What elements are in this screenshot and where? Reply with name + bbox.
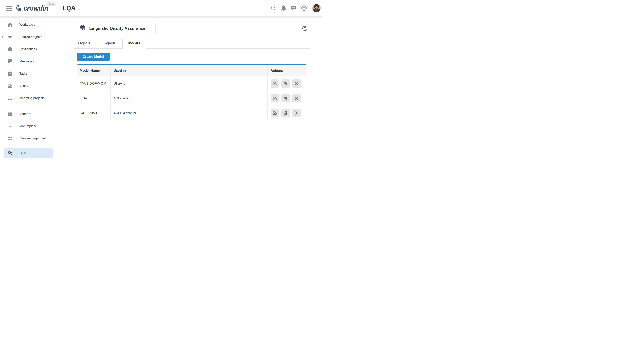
tab-bar: Projects Reports Models xyxy=(73,38,311,49)
delete-model-button[interactable] xyxy=(292,79,301,88)
actions-cell xyxy=(268,91,307,106)
sidebar-item-label: Marketplace xyxy=(19,124,37,128)
chevron-right-icon[interactable] xyxy=(2,36,4,38)
page-header-title: Linguistic Quality Assurance xyxy=(89,26,145,31)
sidebar-divider xyxy=(8,106,51,106)
sidebar-item-incoming-projects[interactable]: Incoming projects xyxy=(0,92,57,104)
people-icon xyxy=(7,135,13,141)
crowdin-logo-text: crowdin xyxy=(24,5,48,12)
svg-text:?: ? xyxy=(303,7,305,10)
table-header-row: Model Name Used in Actions xyxy=(77,65,307,76)
tab-models[interactable]: Models xyxy=(122,38,146,49)
sidebar-item-tasks[interactable]: Tasks xyxy=(0,68,57,80)
sidebar-item-label: Clients xyxy=(19,84,29,88)
edit-model-button[interactable] xyxy=(270,94,279,103)
used-in-cell: ARDEA emails xyxy=(110,106,268,120)
messages-icon[interactable] xyxy=(290,4,298,12)
column-header-actions: Actions xyxy=(268,65,307,76)
home-icon xyxy=(7,22,13,28)
create-model-button[interactable]: Create Model xyxy=(76,53,110,61)
svg-text:?: ? xyxy=(304,27,306,30)
page-header-spacer xyxy=(156,24,298,33)
duplicate-model-button[interactable] xyxy=(282,79,290,88)
sidebar-item-starred-projects[interactable]: Starred projects xyxy=(0,31,57,43)
sidebar-item-lqa[interactable]: A LQA xyxy=(4,148,53,158)
sidebar-item-clients[interactable]: Clients xyxy=(0,80,57,92)
tab-projects[interactable]: Projects xyxy=(73,38,97,49)
duplicate-model-button[interactable] xyxy=(282,94,290,103)
sidebar-item-label: LQA xyxy=(19,151,26,155)
column-header-model-name: Model Name xyxy=(77,65,110,76)
sidebar-item-label: Starred projects xyxy=(19,35,42,39)
model-name-cell: LISA xyxy=(77,91,110,106)
beta-badge: beta xyxy=(46,1,56,6)
main-content: A Linguistic Quality Assurance ? Project… xyxy=(57,18,322,174)
models-panel: Create Model Model Name Used in Actions xyxy=(73,49,311,124)
menu-icon[interactable] xyxy=(6,6,12,11)
delete-model-button[interactable] xyxy=(292,94,301,103)
used-in-cell: ARDEA blog xyxy=(110,91,268,106)
bell-icon xyxy=(7,46,13,52)
used-in-cell: UI texts xyxy=(110,76,268,91)
page-header-bar: A Linguistic Quality Assurance ? xyxy=(73,23,311,34)
sidebar-item-label: Notifications xyxy=(19,47,37,51)
svg-text:A: A xyxy=(82,26,83,29)
avatar[interactable] xyxy=(312,4,321,13)
table-row: TAUS DQF-MQM UI texts xyxy=(77,76,307,91)
building-icon xyxy=(7,83,13,89)
clipboard-check-icon xyxy=(7,71,13,77)
sidebar-divider xyxy=(8,146,51,146)
models-table: Model Name Used in Actions TAUS DQF-MQM … xyxy=(77,65,307,120)
model-name-cell: SAE J2450 xyxy=(77,106,110,120)
edit-model-button[interactable] xyxy=(270,109,279,117)
help-icon[interactable]: ? xyxy=(300,4,308,12)
sidebar-item-label: Incoming projects xyxy=(19,96,45,100)
sidebar-item-user-management[interactable]: User management xyxy=(0,132,57,144)
sidebar-item-messages[interactable]: Messages xyxy=(0,55,57,68)
sidebar-item-notifications[interactable]: Notifications xyxy=(0,43,57,55)
notifications-bell-icon[interactable] xyxy=(280,4,288,12)
sidebar-item-marketplace[interactable]: Marketplace xyxy=(0,120,57,132)
table-row: SAE J2450 ARDEA emails xyxy=(77,106,307,120)
model-name-cell: TAUS DQF-MQM xyxy=(77,76,110,91)
column-header-used-in: Used in xyxy=(110,65,268,76)
sidebar: Workspace Starred projects Notification xyxy=(0,18,57,174)
lqa-magnifier-icon: A xyxy=(7,150,13,156)
edit-model-button[interactable] xyxy=(270,79,279,88)
delete-model-button[interactable] xyxy=(292,109,301,117)
search-icon[interactable] xyxy=(270,4,278,12)
page-header-title-cell: A Linguistic Quality Assurance xyxy=(73,24,156,33)
inbox-download-icon xyxy=(7,95,13,101)
sidebar-item-workspace[interactable]: Workspace xyxy=(0,19,57,31)
topbar-actions: ? xyxy=(270,0,321,16)
actions-cell xyxy=(268,76,307,91)
sidebar-item-vendors[interactable]: Vendors xyxy=(0,108,57,120)
sidebar-item-label: Messages xyxy=(19,60,34,63)
sidebar-item-label: Tasks xyxy=(19,72,28,76)
top-bar: crowdin beta LQA xyxy=(0,0,322,16)
chat-icon xyxy=(7,59,13,64)
table-row: LISA ARDEA blog xyxy=(77,91,307,106)
help-icon[interactable]: ? xyxy=(298,24,311,33)
tab-reports[interactable]: Reports xyxy=(97,38,122,49)
actions-cell xyxy=(268,106,307,120)
app-window: crowdin beta LQA xyxy=(0,0,322,174)
download-icon xyxy=(7,123,13,129)
page-title: LQA xyxy=(63,5,76,12)
lqa-magnifier-icon: A xyxy=(80,25,86,32)
crowdin-logo-icon xyxy=(15,4,23,13)
models-table-wrapper: Model Name Used in Actions TAUS DQF-MQM … xyxy=(76,64,307,121)
svg-text:A: A xyxy=(9,151,10,153)
storefront-icon xyxy=(7,111,13,117)
sidebar-item-label: User management xyxy=(19,136,46,140)
sidebar-item-label: Workspace xyxy=(19,23,36,27)
sidebar-item-label: Vendors xyxy=(19,112,31,116)
duplicate-model-button[interactable] xyxy=(282,109,290,117)
star-icon xyxy=(7,34,13,40)
topbar-shadow-band xyxy=(0,16,322,18)
crowdin-logo[interactable]: crowdin xyxy=(15,0,48,16)
